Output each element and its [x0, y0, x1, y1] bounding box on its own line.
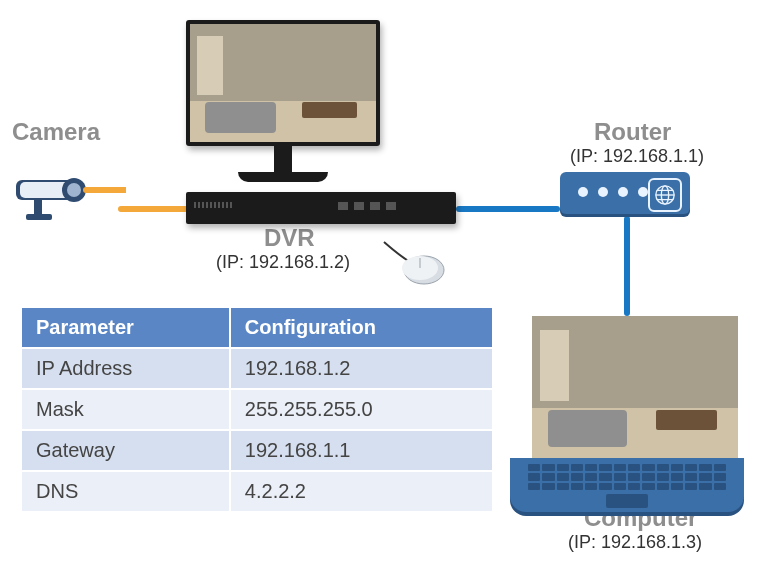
cable-router-computer	[624, 216, 630, 316]
table-cell: DNS	[21, 471, 230, 512]
table-cell: 4.2.2.2	[230, 471, 493, 512]
table-cell: 192.168.1.1	[230, 430, 493, 471]
svg-rect-4	[34, 200, 42, 216]
table-row: Mask 255.255.255.0	[21, 389, 493, 430]
svg-rect-5	[26, 214, 52, 220]
camera-icon	[16, 160, 126, 224]
table-header-param: Parameter	[21, 307, 230, 348]
svg-point-3	[67, 183, 81, 197]
table-cell: 255.255.255.0	[230, 389, 493, 430]
dvr-icon	[186, 192, 456, 224]
table-row: Gateway 192.168.1.1	[21, 430, 493, 471]
router-icon	[560, 172, 690, 214]
table-row: IP Address 192.168.1.2	[21, 348, 493, 389]
laptop-icon	[532, 316, 744, 512]
mouse-icon	[380, 238, 450, 292]
computer-ip: (IP: 192.168.1.3)	[568, 532, 702, 553]
monitor-icon	[186, 20, 380, 182]
table-cell: Gateway	[21, 430, 230, 471]
router-label: Router	[594, 118, 671, 146]
table-cell: 192.168.1.2	[230, 348, 493, 389]
dvr-label: DVR	[264, 224, 315, 252]
config-table: Parameter Configuration IP Address 192.1…	[20, 306, 494, 513]
table-cell: Mask	[21, 389, 230, 430]
globe-icon	[648, 178, 682, 212]
cable-camera-dvr	[118, 206, 188, 212]
table-row: DNS 4.2.2.2	[21, 471, 493, 512]
table-header-config: Configuration	[230, 307, 493, 348]
camera-label: Camera	[12, 118, 100, 146]
table-cell: IP Address	[21, 348, 230, 389]
cable-dvr-router	[456, 206, 560, 212]
dvr-ip: (IP: 192.168.1.2)	[216, 252, 350, 273]
router-ip: (IP: 192.168.1.1)	[570, 146, 704, 167]
